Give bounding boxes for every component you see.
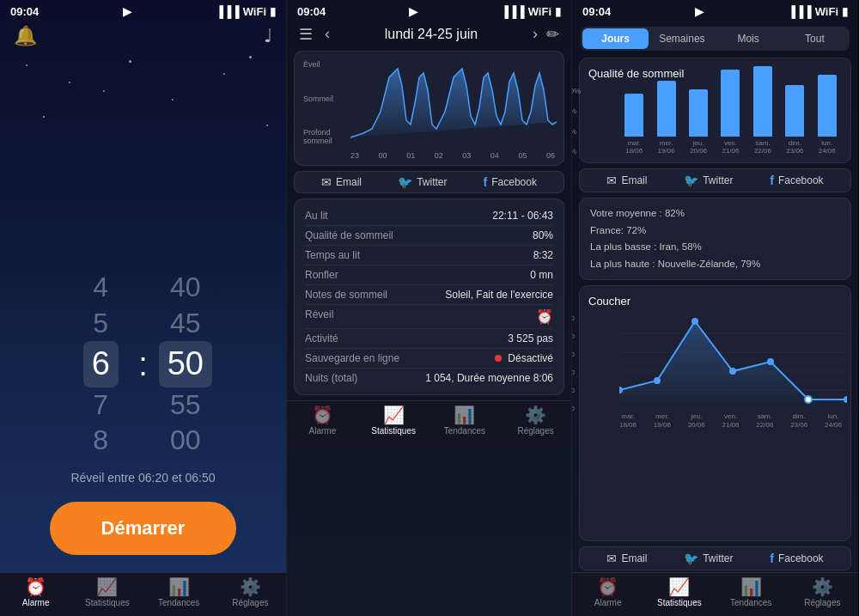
- nav-tend-1[interactable]: 📊 Tendances: [143, 578, 215, 607]
- forward-icon[interactable]: ›: [533, 25, 538, 44]
- status-icons-1: ▐▐▐ WiFi ▮: [216, 5, 276, 18]
- edit-icon[interactable]: ✏: [546, 25, 559, 44]
- y-100: 100%: [572, 87, 581, 95]
- nav-alarme-2[interactable]: ⏰ Alarme: [287, 406, 358, 436]
- bar-dim: dim.23/06: [780, 85, 809, 156]
- email-icon-3b: ✉: [606, 552, 617, 565]
- nav-alarme-3[interactable]: ⏰ Alarme: [572, 578, 643, 607]
- key-nuits: Nuits (total): [305, 372, 357, 384]
- bar-jeu-label: jeu.20/06: [690, 139, 707, 156]
- facebook-label-3a: Facebook: [778, 174, 824, 186]
- facebook-btn-3b[interactable]: f Facebook: [770, 552, 823, 565]
- time-picker[interactable]: 4 5 6 7 8 : 40 45 50 55 00: [0, 261, 286, 464]
- nav-regl-label-1: Réglages: [232, 598, 268, 607]
- nav-regl-icon-1: ⚙️: [240, 578, 261, 595]
- facebook-icon-3b: f: [770, 552, 774, 565]
- bar-sam: sam.22/06: [748, 66, 777, 156]
- status-icons-3: ▐▐▐ WiFi ▮: [788, 5, 848, 18]
- y-2230: 22:30: [572, 387, 575, 394]
- email-btn-2[interactable]: ✉ Email: [321, 175, 362, 189]
- bar-lun-label: lun.24/06: [819, 139, 836, 156]
- email-btn-3a[interactable]: ✉ Email: [606, 174, 647, 187]
- nav-tend-2[interactable]: 📊 Tendances: [430, 406, 501, 436]
- nav-regl-1[interactable]: ⚙️ Réglages: [215, 578, 286, 607]
- nav-stats-icon-3: 📈: [668, 578, 690, 595]
- min-00: 00: [170, 423, 201, 459]
- point-jeu: [691, 318, 698, 325]
- bar-lun-rect: [818, 75, 837, 137]
- bar-ven-rect: [721, 70, 740, 137]
- point-dim: [805, 396, 812, 403]
- twitter-btn-3a[interactable]: 🐦 Twitter: [684, 174, 733, 187]
- back-icon[interactable]: ‹: [325, 25, 330, 44]
- start-button[interactable]: Démarrer: [50, 502, 237, 555]
- hour-05: 05: [518, 151, 527, 160]
- signal-3: ▐▐▐: [788, 5, 812, 18]
- hour-5: 5: [93, 306, 108, 342]
- twitter-icon-3a: 🐦: [684, 174, 698, 187]
- share-row-2: ✉ Email 🐦 Twitter f Facebook: [294, 171, 564, 193]
- nav-regl-3[interactable]: ⚙️ Réglages: [787, 578, 858, 607]
- hour-picker[interactable]: 4 5 6 7 8: [66, 270, 135, 459]
- desactive-link[interactable]: Désactivé: [508, 352, 553, 364]
- detail-activite: Activité 3 525 pas: [305, 329, 553, 349]
- email-btn-3b[interactable]: ✉ Email: [606, 552, 647, 565]
- tab-mois[interactable]: Mois: [716, 28, 782, 49]
- nav-alarme-label-2: Alarme: [309, 426, 337, 436]
- chart-label-profond: Profondsommeil: [303, 129, 333, 146]
- facebook-icon-2: f: [484, 175, 488, 189]
- y-labels-coucher: 00:30 00:00 23:30 23:00 22:30 22:00: [572, 314, 575, 412]
- nav-tend-3[interactable]: 📊 Tendances: [716, 578, 787, 607]
- nav-tend-label-2: Tendances: [444, 426, 485, 436]
- tab-semaines[interactable]: Semaines: [649, 28, 715, 49]
- point-mer: [654, 377, 661, 384]
- twitter-btn-2[interactable]: 🐦 Twitter: [398, 175, 447, 189]
- twitter-btn-3b[interactable]: 🐦 Twitter: [684, 552, 733, 565]
- val-ronfler: 0 mn: [530, 269, 553, 281]
- key-reveil: Réveil: [305, 308, 333, 325]
- chart-label-sommeil: Sommeil: [303, 95, 333, 103]
- status-bar-3: 09:04 ▶ ▐▐▐ WiFi ▮: [572, 0, 858, 21]
- facebook-btn-2[interactable]: f Facebook: [484, 175, 537, 189]
- nav-stats-1[interactable]: 📈 Statistiques: [71, 578, 143, 607]
- detail-ronfler: Ronfler 0 mn: [305, 265, 553, 285]
- header-right-icons: › ✏: [533, 25, 559, 44]
- time-3: 09:04: [582, 5, 611, 18]
- music-icon[interactable]: ♩: [264, 25, 272, 47]
- xl-jeu: jeu.20/06: [688, 412, 705, 429]
- tab-tout[interactable]: Tout: [782, 28, 848, 49]
- menu-icon[interactable]: ☰: [299, 25, 313, 44]
- tab-jours[interactable]: Jours: [582, 28, 649, 49]
- minute-picker[interactable]: 40 45 50 55 00: [151, 270, 220, 459]
- nav-tend-label-3: Tendances: [730, 598, 771, 607]
- battery-2: ▮: [555, 5, 561, 18]
- nav-stats-3[interactable]: 📈 Statistiques: [643, 578, 715, 607]
- stats-line-3: La plus basse : Iran, 58%: [590, 239, 840, 256]
- hour-23: 23: [350, 151, 359, 160]
- battery-3: ▮: [842, 5, 848, 18]
- email-label-2: Email: [336, 176, 362, 188]
- nav-regl-2[interactable]: ⚙️ Réglages: [500, 406, 571, 436]
- email-label-3a: Email: [621, 174, 647, 186]
- xl-lun: lun.24/06: [825, 412, 842, 429]
- val-temps: 8:32: [533, 249, 553, 261]
- twitter-icon-3b: 🐦: [684, 552, 698, 565]
- bell-icon[interactable]: 🔔: [14, 25, 37, 47]
- y-90: 90%: [572, 107, 581, 115]
- nav-tend-label-1: Tendances: [158, 598, 199, 607]
- xl-ven: ven.21/06: [722, 412, 739, 429]
- nav-alarme-1[interactable]: ⏰ Alarme: [0, 578, 71, 607]
- detail-notes: Notes de sommeil Soleil, Fait de l'exerc…: [305, 285, 553, 305]
- bar-mer-label: mer.19/06: [658, 139, 675, 156]
- facebook-icon-3a: f: [770, 174, 774, 187]
- nav-stats-2[interactable]: 📈 Statistiques: [358, 406, 430, 436]
- val-reveil: ⏰: [536, 308, 553, 325]
- xl-sam: sam.22/06: [756, 412, 773, 429]
- nav-tend-icon-3: 📊: [740, 578, 762, 595]
- status-bar-2: 09:04 ▶ ▐▐▐ WiFi ▮: [287, 0, 571, 21]
- xl-dim: dim.23/06: [790, 412, 807, 429]
- header-left-icons: ☰ ‹: [299, 25, 330, 44]
- time-colon: :: [135, 346, 151, 383]
- facebook-btn-3a[interactable]: f Facebook: [770, 174, 823, 187]
- wifi-2: WiFi: [528, 5, 551, 18]
